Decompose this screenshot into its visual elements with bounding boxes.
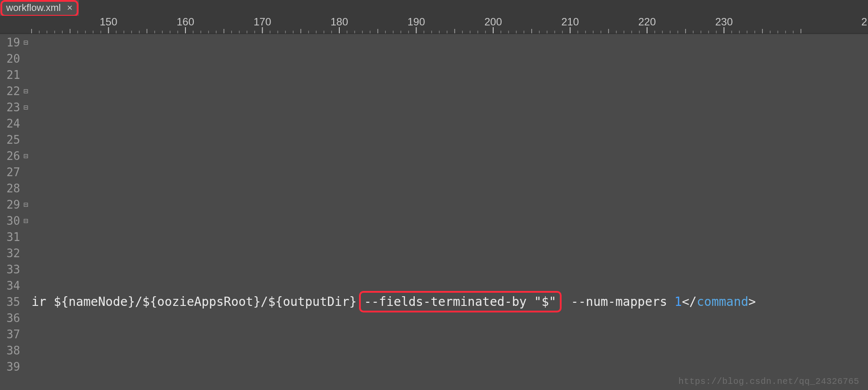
ruler-label: 220	[638, 16, 656, 28]
gutter-row: 26⊟	[0, 148, 32, 164]
code-token: --num-mappers	[556, 294, 675, 309]
ruler-label-partial: 2	[861, 16, 867, 28]
gutter-row: 29⊟	[0, 196, 32, 213]
line-number: 27	[0, 166, 22, 179]
code-line[interactable]: ir ${nameNode}/${oozieAppsRoot}/${output…	[32, 294, 756, 310]
gutter-row: 34	[0, 277, 32, 294]
line-number: 30	[0, 214, 22, 227]
watermark: https://blog.csdn.net/qq_24326765	[678, 376, 859, 386]
gutter-row: 30⊟	[0, 213, 32, 229]
line-number: 35	[0, 295, 22, 308]
gutter-row: 22⊟	[0, 83, 32, 99]
gutter-row: 27	[0, 164, 32, 180]
code-token: 1	[675, 294, 682, 309]
code-token: </	[682, 294, 697, 309]
gutter-row: 24	[0, 115, 32, 131]
line-number: 22	[0, 85, 22, 98]
line-number: 32	[0, 247, 22, 260]
ruler-label: 200	[484, 16, 502, 28]
gutter-row: 35	[0, 294, 32, 310]
code-token: --fields-terminated-by "$"	[364, 294, 556, 309]
line-number: 21	[0, 68, 22, 82]
ruler-label: 160	[177, 16, 194, 28]
ruler-label: 180	[331, 16, 348, 28]
fold-icon[interactable]: ⊟	[22, 87, 30, 95]
ruler-label: 230	[715, 16, 733, 28]
gutter-row: 21	[0, 67, 32, 83]
gutter-row: 31	[0, 229, 32, 245]
gutter-row: 37	[0, 326, 32, 342]
tab-strip: workflow.xml ×	[0, 0, 868, 16]
line-number: 23	[0, 101, 22, 114]
code-token: ir ${nameNode}/${oozieAppsRoot}/${output…	[32, 294, 364, 309]
ruler-label: 210	[561, 16, 579, 28]
gutter-row: 39	[0, 358, 32, 375]
fold-icon[interactable]: ⊟	[22, 103, 30, 111]
fold-icon[interactable]: ⊟	[22, 201, 30, 209]
gutter-row: 38	[0, 342, 32, 358]
line-number: 19	[0, 36, 22, 49]
tab-filename: workflow.xml	[6, 2, 61, 14]
code-token: command	[697, 294, 748, 309]
line-number: 36	[0, 312, 22, 325]
line-number: 24	[0, 117, 22, 130]
close-icon[interactable]: ×	[67, 3, 73, 13]
fold-icon[interactable]: ⊟	[22, 217, 30, 225]
gutter-row: 28	[0, 180, 32, 196]
line-number: 20	[0, 52, 22, 65]
line-number: 34	[0, 279, 22, 292]
editor-area[interactable]: 19⊟202122⊟23⊟242526⊟272829⊟30⊟3132333435…	[0, 34, 868, 390]
gutter-row: 25	[0, 131, 32, 148]
gutter-row: 23⊟	[0, 99, 32, 115]
file-tab[interactable]: workflow.xml ×	[0, 0, 79, 16]
ruler-label: 170	[253, 16, 271, 28]
gutter-row: 36	[0, 310, 32, 326]
line-number: 38	[0, 344, 22, 357]
line-number-gutter: 19⊟202122⊟23⊟242526⊟272829⊟30⊟3132333435…	[0, 34, 32, 390]
line-number: 28	[0, 182, 22, 195]
line-number: 33	[0, 263, 22, 276]
line-number: 37	[0, 328, 22, 341]
code-content[interactable]: ir ${nameNode}/${oozieAppsRoot}/${output…	[32, 34, 868, 390]
ruler-label: 150	[100, 16, 117, 28]
line-number: 25	[0, 133, 22, 146]
line-number: 26	[0, 149, 22, 163]
code-token: >	[748, 294, 756, 309]
fold-icon[interactable]: ⊟	[22, 39, 30, 46]
line-number: 29	[0, 198, 22, 211]
line-number: 31	[0, 230, 22, 244]
line-number: 39	[0, 360, 22, 373]
gutter-row: 33	[0, 261, 32, 277]
gutter-row: 20	[0, 50, 32, 67]
fold-icon[interactable]: ⊟	[22, 152, 30, 160]
gutter-row: 19⊟	[0, 34, 32, 50]
ruler-label: 190	[407, 16, 425, 28]
gutter-row: 32	[0, 245, 32, 261]
column-ruler: 1501601701801902002102202302	[0, 16, 868, 34]
